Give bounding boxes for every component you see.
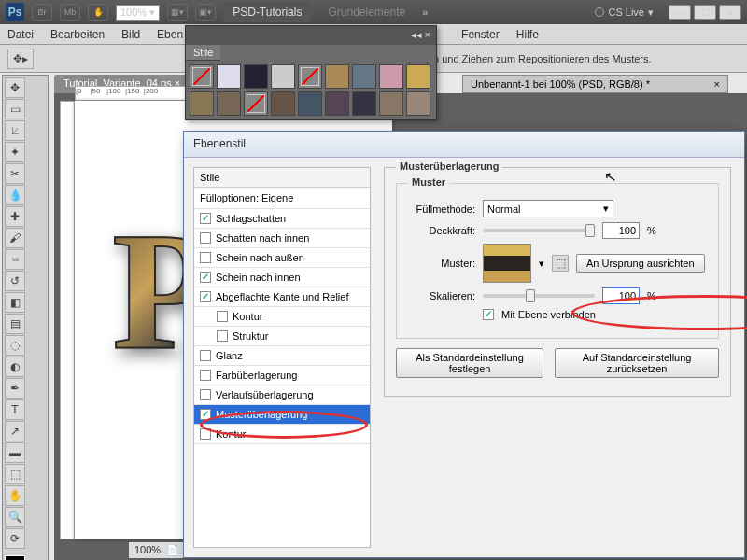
3d-tool-icon[interactable]: ⬚ (5, 464, 25, 484)
dodge-tool-icon[interactable]: ◐ (5, 357, 25, 377)
close-doc-icon[interactable]: × (714, 78, 720, 90)
minibridge-icon[interactable]: Mb (60, 4, 80, 21)
style-item[interactable]: Schein nach innen (194, 268, 370, 287)
styles-tab[interactable]: Stile (186, 45, 220, 61)
wand-tool-icon[interactable]: ✦ (5, 142, 25, 162)
zoom-dropdown[interactable]: 100% ▾ (116, 5, 160, 21)
style-item[interactable]: Schatten nach innen (194, 229, 370, 248)
style-checkbox[interactable] (200, 272, 211, 283)
minimize-icon[interactable]: ― (669, 5, 691, 20)
move-tool-icon[interactable]: ✥▸ (7, 49, 34, 69)
style-preset[interactable] (217, 91, 241, 116)
style-item[interactable]: Musterüberlagerung (194, 405, 370, 425)
more-workspaces[interactable]: » (422, 7, 428, 18)
style-preset[interactable] (379, 64, 403, 89)
menu-image[interactable]: Bild (121, 28, 140, 41)
style-item[interactable]: Struktur (194, 327, 370, 346)
menu-layer[interactable]: Eben (157, 28, 183, 41)
stamp-tool-icon[interactable]: ⎃ (5, 249, 25, 270)
style-item[interactable]: Kontur (194, 307, 370, 327)
style-preset[interactable] (244, 91, 268, 116)
maximize-icon[interactable]: ☐ (694, 5, 716, 20)
style-checkbox[interactable] (200, 213, 211, 224)
menu-window[interactable]: Fenster (461, 28, 500, 41)
style-preset[interactable] (406, 91, 430, 116)
panel-collapse-icon[interactable]: ◂◂ × (411, 29, 430, 42)
origin-button[interactable]: An Ursprung ausrichten (576, 254, 705, 273)
menu-file[interactable]: Datei (7, 28, 34, 41)
screenmode-icon[interactable]: ▣▾ (195, 4, 216, 21)
style-preset[interactable] (190, 91, 214, 116)
style-preset[interactable] (244, 64, 268, 89)
pen-tool-icon[interactable]: ✒ (5, 378, 25, 399)
hand-icon[interactable]: ✋ (88, 4, 108, 21)
pattern-swatch[interactable] (483, 244, 531, 283)
style-item[interactable]: Schein nach außen (194, 248, 370, 268)
style-checkbox[interactable] (200, 409, 211, 420)
style-checkbox[interactable] (200, 350, 211, 361)
set-default-button[interactable]: Als Standardeinstellung festlegen (396, 348, 543, 378)
blur-tool-icon[interactable]: ◌ (5, 335, 25, 356)
style-preset[interactable] (379, 91, 403, 116)
crop-tool-icon[interactable]: ✂ (5, 163, 25, 184)
style-preset[interactable] (298, 91, 322, 116)
opacity-slider[interactable] (483, 229, 595, 232)
scale-slider[interactable] (483, 294, 595, 298)
eraser-tool-icon[interactable]: ◧ (5, 292, 25, 313)
style-preset[interactable] (298, 64, 322, 89)
rotate-tool-icon[interactable]: ⟳ (5, 528, 25, 549)
workspace-tab-active[interactable]: PSD-Tutorials (223, 2, 311, 22)
marquee-tool-icon[interactable]: ▭ (5, 99, 25, 119)
style-checkbox[interactable] (217, 330, 228, 342)
close-icon[interactable]: ✕ (719, 5, 741, 20)
path-tool-icon[interactable]: ↗ (5, 421, 25, 441)
color-swatch[interactable] (5, 555, 46, 560)
history-tool-icon[interactable]: ↺ (5, 271, 25, 291)
bridge-icon[interactable]: Br (32, 4, 52, 21)
style-item[interactable]: Glanz (194, 346, 370, 366)
menu-edit[interactable]: Bearbeiten (50, 28, 105, 41)
style-preset[interactable] (271, 64, 295, 89)
style-preset[interactable] (352, 91, 376, 116)
move-tool-icon[interactable]: ✥ (5, 77, 25, 98)
style-preset[interactable] (352, 64, 376, 89)
style-none[interactable] (190, 64, 214, 89)
snap-pattern-icon[interactable]: ⬚ (552, 255, 569, 272)
style-item[interactable]: Verlaufsüberlagerung (194, 385, 370, 405)
style-preset[interactable] (271, 91, 295, 116)
shape-tool-icon[interactable]: ▬ (5, 442, 25, 463)
style-checkbox[interactable] (200, 232, 211, 244)
menu-help[interactable]: Hilfe (516, 28, 539, 41)
workspace-tab-inactive[interactable]: Grundelemente (318, 2, 415, 22)
arrange-icon[interactable]: ▦▾ (167, 4, 188, 21)
brush-tool-icon[interactable]: 🖌 (5, 228, 25, 248)
style-preset[interactable] (325, 91, 349, 116)
style-preset[interactable] (217, 64, 241, 89)
style-checkbox[interactable] (200, 370, 211, 381)
lasso-tool-icon[interactable]: ⟀ (5, 120, 25, 141)
hand-tool-icon[interactable]: ✋ (5, 485, 25, 506)
reset-default-button[interactable]: Auf Standardeinstellung zurücksetzen (555, 348, 719, 378)
cslive-button[interactable]: CS Live ▾ (595, 7, 654, 19)
eyedropper-tool-icon[interactable]: 💧 (5, 185, 25, 205)
style-checkbox[interactable] (200, 291, 211, 302)
style-checkbox[interactable] (200, 389, 211, 400)
type-tool-icon[interactable]: T (5, 399, 25, 420)
scale-input[interactable]: 100 (602, 287, 640, 304)
style-checkbox[interactable] (200, 252, 211, 263)
style-item[interactable]: Abgeflachte Kante und Relief (194, 287, 370, 307)
style-item[interactable]: Schlagschatten (194, 209, 370, 229)
style-item[interactable]: Kontur (194, 425, 370, 444)
fill-options[interactable]: Fülloptionen: Eigene (194, 188, 370, 209)
zoom-tool-icon[interactable]: 🔍 (5, 507, 25, 527)
heal-tool-icon[interactable]: ✚ (5, 206, 25, 227)
link-checkbox[interactable] (483, 309, 494, 320)
chevron-down-icon[interactable]: ▾ (539, 258, 544, 270)
document-tab-2[interactable]: Unbenannt-1 bei 100% (PSD, RGB/8) *× (462, 75, 728, 93)
opacity-input[interactable]: 100 (602, 222, 640, 239)
gradient-tool-icon[interactable]: ▤ (5, 314, 25, 334)
style-preset[interactable] (406, 64, 430, 89)
style-checkbox[interactable] (217, 311, 228, 322)
style-preset[interactable] (325, 64, 349, 89)
fillmethod-dropdown[interactable]: Normal▾ (483, 200, 613, 217)
